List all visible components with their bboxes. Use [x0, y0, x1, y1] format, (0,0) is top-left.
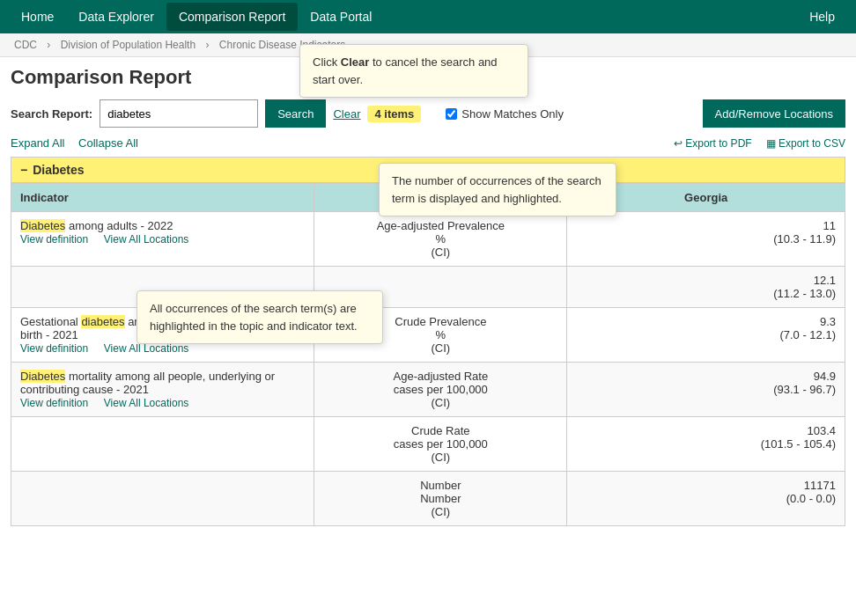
nav-data-portal[interactable]: Data Portal — [298, 3, 384, 31]
expand-all-link[interactable]: Expand All — [11, 136, 64, 150]
value-cell: 103.4(101.5 - 105.4) — [567, 417, 845, 472]
table-row: Diabetes among adults - 2022 View defini… — [11, 212, 845, 267]
search-bar: Search Report: Search Clear 4 items Show… — [11, 99, 845, 128]
table-row: Diabetes mortality among all people, und… — [11, 363, 845, 417]
export-pdf-link[interactable]: ↩ Export to PDF — [674, 137, 752, 150]
indicator-cell: Diabetes among adults - 2022 View defini… — [11, 212, 314, 267]
navbar: Home Data Explorer Comparison Report Dat… — [0, 0, 856, 33]
datatype-cell: Age-adjusted Prevalence%(CI) — [314, 212, 567, 267]
datatype-cell: NumberNumber(CI) — [314, 472, 567, 526]
view-definition-link[interactable]: View definition — [20, 397, 88, 409]
view-definition-link[interactable]: View definition — [20, 233, 88, 246]
add-locations-button[interactable]: Add/Remove Locations — [703, 99, 845, 128]
table-row: Crude Ratecases per 100,000(CI) 103.4(10… — [11, 417, 845, 472]
search-label: Search Report: — [11, 107, 92, 121]
clear-button[interactable]: Clear — [333, 107, 360, 121]
indicator-highlight: Diabetes — [20, 370, 65, 383]
view-all-locations-link[interactable]: View All Locations — [104, 342, 189, 355]
view-links: View definition View All Locations — [20, 232, 305, 246]
pdf-arrow-icon: ↩ — [674, 137, 685, 150]
value-cell: 11(10.3 - 11.9) — [567, 212, 845, 267]
datatype-cell: Age-adjusted Ratecases per 100,000(CI) — [314, 363, 567, 417]
indicator-highlight: Diabetes — [20, 219, 65, 232]
indicator-cell — [11, 417, 314, 472]
datatype-cell: Crude Ratecases per 100,000(CI) — [314, 417, 567, 472]
nav-home[interactable]: Home — [9, 3, 66, 31]
tooltip-occurrences: The number of occurrences of the search … — [379, 163, 616, 216]
indicator-highlight: diabetes — [81, 315, 124, 328]
nav-help[interactable]: Help — [797, 3, 847, 31]
breadcrumb-sep1: › — [47, 39, 53, 51]
value-cell: 94.9(93.1 - 96.7) — [567, 363, 845, 417]
breadcrumb-cdc: CDC — [14, 39, 37, 51]
tooltip-highlight: All occurrences of the search term(s) ar… — [137, 290, 383, 344]
export-csv-link[interactable]: ▦ Export to CSV — [766, 137, 845, 150]
view-all-locations-link[interactable]: View All Locations — [104, 233, 189, 246]
items-badge: 4 items — [367, 106, 421, 122]
group-collapse-icon[interactable]: − — [20, 163, 27, 177]
show-matches-label[interactable]: Show Matches Only — [446, 107, 564, 121]
tooltip-clear: Click Clear to cancel the search and sta… — [299, 44, 528, 98]
value-cell: 9.3(7.0 - 12.1) — [567, 308, 845, 363]
data-table: Indicator Data Type Georgia Diabetes amo… — [11, 183, 845, 526]
show-matches-checkbox[interactable] — [446, 108, 457, 120]
col-header-indicator: Indicator — [11, 184, 314, 212]
search-button[interactable]: Search — [265, 99, 326, 128]
indicator-cell: Diabetes mortality among all people, und… — [11, 363, 314, 417]
nav-comparison-report[interactable]: Comparison Report — [166, 3, 298, 31]
search-input[interactable] — [100, 99, 258, 128]
tooltip-clear-bold: Clear — [341, 55, 370, 69]
value-cell: 12.1(11.2 - 13.0) — [567, 267, 845, 308]
view-definition-link[interactable]: View definition — [20, 342, 88, 355]
nav-data-explorer[interactable]: Data Explorer — [66, 3, 166, 31]
expand-collapse: Expand All Collapse All — [11, 136, 149, 150]
view-links: View definition View All Locations — [20, 396, 305, 409]
page-content: Comparison Report Search Report: Search … — [0, 57, 856, 535]
indicator-suffix: among adults - 2022 — [65, 219, 173, 232]
breadcrumb-division: Division of Population Health — [61, 39, 196, 51]
group-label: Diabetes — [33, 163, 84, 177]
value-cell: 11171(0.0 - 0.0) — [567, 472, 845, 526]
indicator-cell — [11, 472, 314, 526]
export-links: ↩ Export to PDF ▦ Export to CSV — [674, 137, 845, 150]
collapse-all-link[interactable]: Collapse All — [78, 136, 138, 150]
csv-icon: ▦ — [766, 137, 779, 150]
breadcrumb-sep2: › — [205, 39, 211, 51]
view-all-locations-link[interactable]: View All Locations — [104, 397, 189, 409]
table-row: NumberNumber(CI) 11171(0.0 - 0.0) — [11, 472, 845, 526]
toolbar-row: Expand All Collapse All ↩ Export to PDF … — [11, 136, 845, 150]
